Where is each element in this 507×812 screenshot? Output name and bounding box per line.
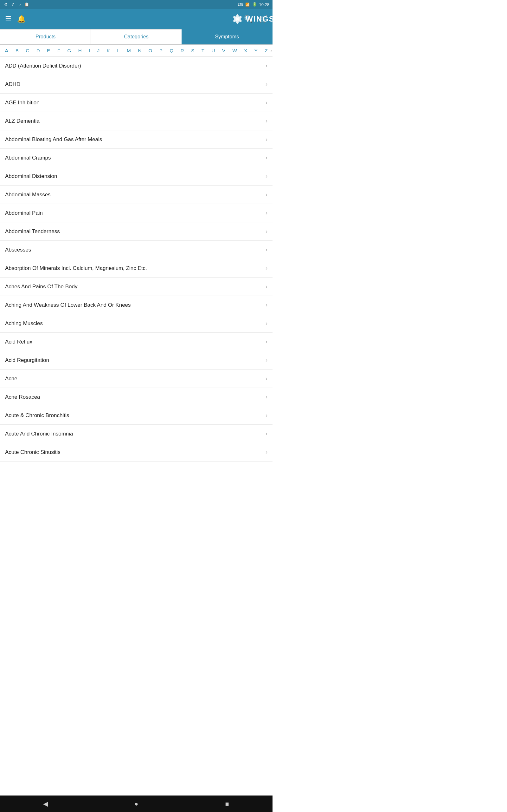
list-item-text: Abdominal Pain: [5, 210, 263, 216]
chevron-right-icon: ›: [266, 449, 268, 455]
alpha-letter-n[interactable]: N: [137, 47, 142, 54]
clipboard-status-icon: 📋: [24, 2, 29, 7]
list-item-text: ALZ Dementia: [5, 118, 263, 124]
chevron-right-icon: ›: [266, 283, 268, 290]
list-item[interactable]: Acid Reflux›: [0, 333, 273, 351]
alpha-letter-l[interactable]: L: [116, 47, 120, 54]
list-item-text: Acne: [5, 375, 263, 382]
list-item-text: Acid Reflux: [5, 339, 263, 345]
list-item-text: Acute Chronic Sinusitis: [5, 449, 263, 455]
chevron-right-icon: ›: [266, 394, 268, 400]
alpha-letter-b[interactable]: B: [14, 47, 20, 54]
chevron-right-icon: ›: [266, 302, 268, 308]
alpha-letter-p[interactable]: P: [158, 47, 164, 54]
list-item-text: Aching And Weakness Of Lower Back And Or…: [5, 302, 263, 308]
list-item-text: ADHD: [5, 81, 263, 88]
alpha-letter-t[interactable]: T: [201, 47, 205, 54]
chevron-right-icon: ›: [266, 191, 268, 198]
help-status-icon: ?: [10, 2, 15, 7]
list-item-text: Acute And Chronic Insomnia: [5, 431, 263, 437]
alpha-letter-k[interactable]: K: [106, 47, 111, 54]
alpha-letter-m[interactable]: M: [126, 47, 132, 54]
chevron-right-icon: ›: [266, 136, 268, 143]
list-item[interactable]: Acute And Chronic Insomnia›: [0, 425, 273, 443]
alpha-letter-i[interactable]: I: [88, 47, 91, 54]
list-item[interactable]: Acute & Chronic Bronchitis›: [0, 406, 273, 425]
list-item-text: Acute & Chronic Bronchitis: [5, 412, 263, 419]
list-item-text: Abdominal Cramps: [5, 155, 263, 161]
alpha-letter-d[interactable]: D: [36, 47, 41, 54]
alpha-letter-h[interactable]: H: [77, 47, 83, 54]
list-item[interactable]: ADD (Attention Deficit Disorder)›: [0, 57, 273, 75]
alpha-letter-g[interactable]: G: [66, 47, 72, 54]
list-item[interactable]: Aches And Pains Of The Body›: [0, 277, 273, 296]
chevron-right-icon: ›: [266, 154, 268, 161]
list-item[interactable]: Abdominal Masses›: [0, 186, 273, 204]
list-item[interactable]: Abdominal Cramps›: [0, 149, 273, 167]
alpha-letter-w[interactable]: W: [232, 47, 238, 54]
alpha-letter-z[interactable]: Z: [264, 47, 268, 54]
list-item[interactable]: Abdominal Distension›: [0, 167, 273, 186]
list-item[interactable]: Abdominal Tenderness›: [0, 222, 273, 241]
tab-categories[interactable]: Categories: [91, 29, 181, 44]
logo-text: WINGS: [245, 14, 273, 23]
list-item[interactable]: ALZ Dementia›: [0, 112, 273, 131]
chevron-right-icon: ›: [266, 339, 268, 345]
alpha-letter-s[interactable]: S: [190, 47, 195, 54]
list-item[interactable]: Abdominal Bloating And Gas After Meals›: [0, 131, 273, 149]
tab-symptoms[interactable]: Symptoms: [181, 29, 273, 44]
list-item-text: Aches And Pains Of The Body: [5, 284, 263, 290]
alpha-letter-r[interactable]: R: [180, 47, 185, 54]
list-item[interactable]: AGE Inhibition›: [0, 94, 273, 112]
list-item[interactable]: Absorption Of Minerals Incl. Calcium, Ma…: [0, 259, 273, 277]
alpha-letter-y[interactable]: Y: [253, 47, 259, 54]
battery-icon: 🔋: [252, 2, 257, 7]
symptoms-list: ADD (Attention Deficit Disorder)›ADHD›AG…: [0, 57, 273, 461]
list-item-text: Abdominal Tenderness: [5, 229, 263, 235]
list-item-text: Absorption Of Minerals Incl. Calcium, Ma…: [5, 265, 263, 271]
chevron-right-icon: ›: [266, 99, 268, 106]
list-item-text: Abdominal Bloating And Gas After Meals: [5, 136, 263, 143]
list-item[interactable]: Acid Regurgitation›: [0, 351, 273, 369]
alpha-letter-c[interactable]: C: [25, 47, 30, 54]
svg-point-6: [236, 18, 239, 20]
alpha-letter-j[interactable]: J: [96, 47, 101, 54]
list-item[interactable]: ADHD›: [0, 75, 273, 94]
chevron-right-icon: ›: [266, 375, 268, 382]
alpha-letter-a[interactable]: A: [4, 47, 9, 54]
chevron-right-icon: ›: [266, 81, 268, 88]
list-item[interactable]: Acne›: [0, 369, 273, 388]
list-item-text: Abdominal Distension: [5, 173, 263, 180]
list-item[interactable]: Abdominal Pain›: [0, 204, 273, 222]
list-item[interactable]: Acute Chronic Sinusitis›: [0, 443, 273, 461]
status-bar-left: ⚙ ? ○ 📋: [3, 2, 29, 7]
alpha-letter-q[interactable]: Q: [169, 47, 175, 54]
signal-icon: 📶: [245, 2, 250, 7]
chevron-right-icon: ›: [266, 412, 268, 419]
chevron-right-icon: ›: [266, 62, 268, 69]
chevron-right-icon: ›: [266, 228, 268, 235]
list-item[interactable]: Acne Rosacea›: [0, 388, 273, 406]
list-item-text: Acid Regurgitation: [5, 357, 263, 363]
alpha-letter-e[interactable]: E: [46, 47, 51, 54]
alpha-letter-o[interactable]: O: [148, 47, 153, 54]
alphabet-bar: ABCDEFGHIJKLMNOPQRSTUVWXYZ›: [0, 45, 273, 57]
chevron-right-icon: ›: [266, 173, 268, 180]
tab-products[interactable]: Products: [0, 29, 91, 44]
chevron-right-icon: ›: [266, 265, 268, 271]
list-item[interactable]: Aching Muscles›: [0, 314, 273, 333]
alpha-letter-u[interactable]: U: [211, 47, 216, 54]
menu-icon[interactable]: ☰: [5, 15, 11, 23]
list-item[interactable]: Abscesses›: [0, 241, 273, 259]
notification-icon[interactable]: 🔔: [17, 15, 26, 23]
alpha-letter-f[interactable]: F: [56, 47, 61, 54]
circle-status-icon: ○: [17, 2, 22, 7]
chevron-right-icon: ›: [266, 320, 268, 327]
alpha-letter-x[interactable]: X: [243, 47, 248, 54]
list-item-text: Abscesses: [5, 247, 263, 253]
settings-status-icon: ⚙: [3, 2, 8, 7]
alpha-letter-v[interactable]: V: [221, 47, 226, 54]
list-item[interactable]: Aching And Weakness Of Lower Back And Or…: [0, 296, 273, 314]
chevron-right-icon: ›: [266, 247, 268, 253]
header: ☰ 🔔 WINGS 🔍 🛒: [0, 9, 273, 29]
